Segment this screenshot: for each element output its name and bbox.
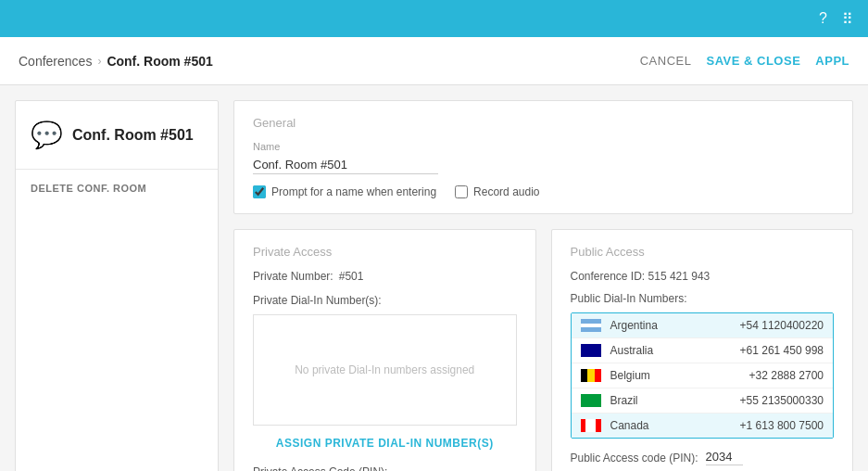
- private-number-row: Private Number: #501: [253, 270, 517, 283]
- room-title: Conf. Room #501: [72, 127, 194, 144]
- country-flag-au: [581, 344, 601, 357]
- header: Conferences › Conf. Room #501 CANCEL SAV…: [0, 37, 868, 85]
- private-dial-in-label: Private Dial-In Number(s):: [253, 294, 517, 307]
- country-row[interactable]: Argentina+54 1120400220: [572, 313, 834, 338]
- country-row[interactable]: Australia+61 261 450 998: [572, 338, 834, 363]
- assign-dial-in-link[interactable]: ASSIGN PRIVATE DIAL-IN NUMBER(S): [253, 437, 517, 450]
- record-audio-checkbox[interactable]: [455, 185, 468, 198]
- header-actions: CANCEL SAVE & CLOSE APPL: [640, 54, 849, 68]
- country-number: +32 2888 2700: [749, 369, 824, 382]
- private-pin-label: Private Access Code (PIN):: [253, 465, 387, 471]
- country-name: Brazil: [610, 394, 685, 407]
- country-flag-ca: [581, 419, 601, 432]
- country-number: +54 1120400220: [740, 319, 824, 332]
- breadcrumb: Conferences › Conf. Room #501: [19, 54, 213, 69]
- checkboxes: Prompt for a name when entering Record a…: [253, 185, 834, 198]
- name-field[interactable]: [253, 156, 438, 174]
- prompt-name-checkbox[interactable]: [253, 185, 266, 198]
- public-dial-in-label: Public Dial-In Numbers:: [571, 292, 835, 305]
- conf-id-value: 515 421 943: [648, 270, 711, 283]
- country-flag-ar: [581, 319, 601, 332]
- general-section: General Name Prompt for a name when ente…: [233, 100, 853, 214]
- conference-id-row: Conference ID: 515 421 943: [571, 270, 835, 283]
- help-icon[interactable]: ?: [819, 10, 827, 27]
- breadcrumb-separator: ›: [97, 55, 101, 68]
- country-row[interactable]: Brazil+55 2135000330: [572, 388, 834, 414]
- private-pin-input[interactable]: [395, 465, 432, 471]
- apply-button[interactable]: APPL: [815, 54, 849, 68]
- name-field-label: Name: [253, 141, 834, 152]
- prompt-name-checkbox-label[interactable]: Prompt for a name when entering: [253, 185, 436, 198]
- no-private-numbers: No private Dial-In numbers assigned: [253, 314, 517, 426]
- main-content: 💬 Conf. Room #501 DELETE CONF. ROOM Gene…: [0, 85, 868, 471]
- grid-icon[interactable]: ⠿: [842, 10, 853, 28]
- public-section-title: Public Access: [571, 245, 835, 259]
- chat-icon: 💬: [31, 120, 63, 150]
- record-audio-checkbox-label[interactable]: Record audio: [455, 185, 539, 198]
- bottom-row: Private Access Private Number: #501 Priv…: [233, 229, 853, 471]
- country-number: +55 2135000330: [740, 394, 824, 407]
- country-row[interactable]: Belgium+32 2888 2700: [572, 363, 834, 388]
- delete-conf-room-button[interactable]: DELETE CONF. ROOM: [16, 170, 218, 207]
- private-pin-row: Private Access Code (PIN):: [253, 465, 517, 471]
- country-row[interactable]: Canada+1 613 800 7500: [572, 414, 834, 438]
- private-number-value: #501: [339, 270, 364, 283]
- cancel-button[interactable]: CANCEL: [640, 54, 692, 68]
- right-panel: General Name Prompt for a name when ente…: [233, 100, 853, 471]
- country-flag-be: [581, 369, 601, 382]
- country-number: +1 613 800 7500: [740, 419, 824, 432]
- country-flag-br: [581, 394, 601, 407]
- prompt-name-label: Prompt for a name when entering: [271, 185, 436, 198]
- private-number-label: Private Number:: [253, 270, 333, 283]
- country-name: Belgium: [610, 369, 685, 382]
- room-header: 💬 Conf. Room #501: [16, 101, 218, 170]
- conf-id-label: Conference ID:: [571, 270, 646, 283]
- country-name: Australia: [610, 344, 685, 357]
- public-access-section: Public Access Conference ID: 515 421 943…: [551, 229, 854, 471]
- top-bar: ? ⠿: [0, 0, 868, 37]
- country-name: Argentina: [610, 319, 685, 332]
- breadcrumb-current: Conf. Room #501: [107, 54, 212, 69]
- breadcrumb-parent[interactable]: Conferences: [19, 54, 92, 69]
- record-audio-label: Record audio: [473, 185, 539, 198]
- public-pin-value: 2034: [706, 450, 743, 465]
- public-pin-label: Public Access code (PIN):: [571, 452, 698, 465]
- country-name: Canada: [610, 419, 685, 432]
- countries-table: Argentina+54 1120400220Australia+61 261 …: [571, 312, 835, 439]
- private-section-title: Private Access: [253, 245, 517, 259]
- left-panel: 💬 Conf. Room #501 DELETE CONF. ROOM: [15, 100, 219, 471]
- general-section-title: General: [253, 116, 834, 130]
- public-pin-row: Public Access code (PIN): 2034: [571, 450, 835, 465]
- private-access-section: Private Access Private Number: #501 Priv…: [233, 229, 536, 471]
- save-close-button[interactable]: SAVE & CLOSE: [706, 54, 800, 68]
- country-number: +61 261 450 998: [740, 344, 824, 357]
